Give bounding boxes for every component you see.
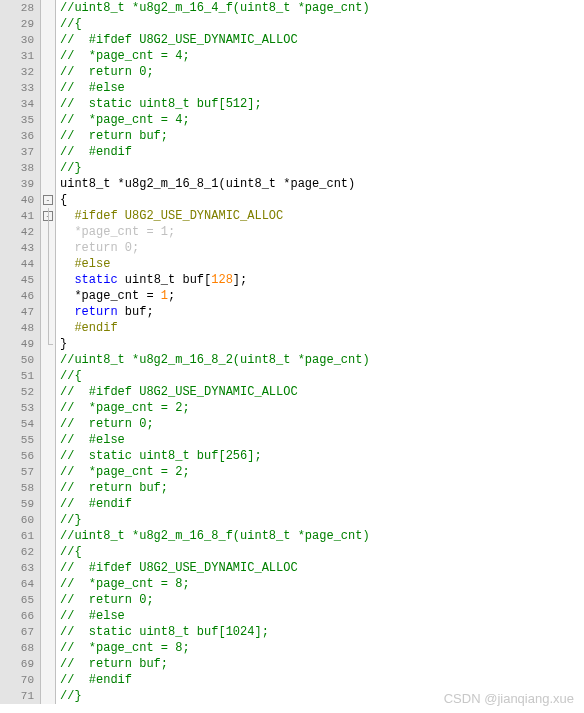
code-content[interactable]: #else xyxy=(56,256,110,272)
code-line[interactable]: 49} xyxy=(0,336,584,352)
code-line[interactable]: 33// #else xyxy=(0,80,584,96)
code-line[interactable]: 36// return buf; xyxy=(0,128,584,144)
code-content[interactable]: //} xyxy=(56,688,82,704)
code-content[interactable]: //uint8_t *u8g2_m_16_4_f(uint8_t *page_c… xyxy=(56,0,370,16)
code-line[interactable]: 43 return 0; xyxy=(0,240,584,256)
code-line[interactable]: 61//uint8_t *u8g2_m_16_8_f(uint8_t *page… xyxy=(0,528,584,544)
code-content[interactable]: // #endif xyxy=(56,496,132,512)
code-content[interactable]: // *page_cnt = 8; xyxy=(56,576,190,592)
code-content[interactable]: // #ifdef U8G2_USE_DYNAMIC_ALLOC xyxy=(56,384,298,400)
code-line[interactable]: 31// *page_cnt = 4; xyxy=(0,48,584,64)
code-content[interactable]: // static uint8_t buf[512]; xyxy=(56,96,262,112)
fold-gutter xyxy=(41,640,56,656)
code-content[interactable]: // return buf; xyxy=(56,128,168,144)
code-editor[interactable]: 28//uint8_t *u8g2_m_16_4_f(uint8_t *page… xyxy=(0,0,584,704)
code-content[interactable]: *page_cnt = 1; xyxy=(56,224,175,240)
code-content[interactable]: #ifdef U8G2_USE_DYNAMIC_ALLOC xyxy=(56,208,283,224)
code-line[interactable]: 68// *page_cnt = 8; xyxy=(0,640,584,656)
code-content[interactable]: *page_cnt = 1; xyxy=(56,288,175,304)
code-content[interactable]: #endif xyxy=(56,320,118,336)
line-number: 38 xyxy=(0,160,41,176)
code-content[interactable]: // #ifdef U8G2_USE_DYNAMIC_ALLOC xyxy=(56,32,298,48)
code-line[interactable]: 50//uint8_t *u8g2_m_16_8_2(uint8_t *page… xyxy=(0,352,584,368)
code-content[interactable]: // static uint8_t buf[1024]; xyxy=(56,624,269,640)
code-content[interactable]: // *page_cnt = 2; xyxy=(56,464,190,480)
code-line[interactable]: 54// return 0; xyxy=(0,416,584,432)
code-line[interactable]: 40-{ xyxy=(0,192,584,208)
code-content[interactable]: // #else xyxy=(56,608,125,624)
code-line[interactable]: 42 *page_cnt = 1; xyxy=(0,224,584,240)
code-line[interactable]: 47 return buf; xyxy=(0,304,584,320)
code-content[interactable]: // #else xyxy=(56,432,125,448)
code-content[interactable]: static uint8_t buf[128]; xyxy=(56,272,247,288)
code-content[interactable]: //{ xyxy=(56,368,82,384)
code-line[interactable]: 63// #ifdef U8G2_USE_DYNAMIC_ALLOC xyxy=(0,560,584,576)
code-content[interactable]: // return buf; xyxy=(56,480,168,496)
code-line[interactable]: 58// return buf; xyxy=(0,480,584,496)
code-line[interactable]: 56// static uint8_t buf[256]; xyxy=(0,448,584,464)
code-content[interactable]: //{ xyxy=(56,16,82,32)
code-line[interactable]: 39uint8_t *u8g2_m_16_8_1(uint8_t *page_c… xyxy=(0,176,584,192)
code-content[interactable]: // #endif xyxy=(56,144,132,160)
code-content[interactable]: // *page_cnt = 4; xyxy=(56,48,190,64)
code-line[interactable]: 44 #else xyxy=(0,256,584,272)
code-line[interactable]: 37// #endif xyxy=(0,144,584,160)
code-content[interactable]: uint8_t *u8g2_m_16_8_1(uint8_t *page_cnt… xyxy=(56,176,355,192)
fold-gutter[interactable]: - xyxy=(41,192,56,208)
code-line[interactable]: 66// #else xyxy=(0,608,584,624)
code-content[interactable]: // #else xyxy=(56,80,125,96)
line-number: 43 xyxy=(0,240,41,256)
code-content[interactable]: // static uint8_t buf[256]; xyxy=(56,448,262,464)
code-line[interactable]: 60//} xyxy=(0,512,584,528)
fold-gutter xyxy=(41,560,56,576)
code-line[interactable]: 45 static uint8_t buf[128]; xyxy=(0,272,584,288)
code-content[interactable]: // *page_cnt = 2; xyxy=(56,400,190,416)
code-content[interactable]: //{ xyxy=(56,544,82,560)
code-content[interactable]: // return 0; xyxy=(56,416,154,432)
code-content[interactable]: { xyxy=(56,192,67,208)
code-line[interactable]: 38//} xyxy=(0,160,584,176)
line-number: 45 xyxy=(0,272,41,288)
code-line[interactable]: 34// static uint8_t buf[512]; xyxy=(0,96,584,112)
code-content[interactable]: // return buf; xyxy=(56,656,168,672)
code-line[interactable]: 46 *page_cnt = 1; xyxy=(0,288,584,304)
code-line[interactable]: 53// *page_cnt = 2; xyxy=(0,400,584,416)
code-line[interactable]: 62//{ xyxy=(0,544,584,560)
code-line[interactable]: 55// #else xyxy=(0,432,584,448)
code-line[interactable]: 28//uint8_t *u8g2_m_16_4_f(uint8_t *page… xyxy=(0,0,584,16)
code-content[interactable]: // return 0; xyxy=(56,64,154,80)
code-line[interactable]: 64// *page_cnt = 8; xyxy=(0,576,584,592)
code-content[interactable]: return 0; xyxy=(56,240,139,256)
code-content[interactable]: // return 0; xyxy=(56,592,154,608)
code-content[interactable]: // *page_cnt = 8; xyxy=(56,640,190,656)
code-line[interactable]: 41- #ifdef U8G2_USE_DYNAMIC_ALLOC xyxy=(0,208,584,224)
code-line[interactable]: 48 #endif xyxy=(0,320,584,336)
code-content[interactable]: return buf; xyxy=(56,304,154,320)
code-content[interactable]: //uint8_t *u8g2_m_16_8_2(uint8_t *page_c… xyxy=(56,352,370,368)
code-content[interactable]: //} xyxy=(56,512,82,528)
line-number: 49 xyxy=(0,336,41,352)
code-content[interactable]: // #endif xyxy=(56,672,132,688)
code-line[interactable]: 32// return 0; xyxy=(0,64,584,80)
code-content[interactable]: } xyxy=(56,336,67,352)
code-content[interactable]: //uint8_t *u8g2_m_16_8_f(uint8_t *page_c… xyxy=(56,528,370,544)
code-line[interactable]: 67// static uint8_t buf[1024]; xyxy=(0,624,584,640)
code-line[interactable]: 71//} xyxy=(0,688,584,704)
code-line[interactable]: 59// #endif xyxy=(0,496,584,512)
fold-collapse-icon[interactable]: - xyxy=(43,195,53,205)
code-line[interactable]: 70// #endif xyxy=(0,672,584,688)
code-line[interactable]: 65// return 0; xyxy=(0,592,584,608)
code-line[interactable]: 29//{ xyxy=(0,16,584,32)
line-number: 53 xyxy=(0,400,41,416)
code-line[interactable]: 30// #ifdef U8G2_USE_DYNAMIC_ALLOC xyxy=(0,32,584,48)
code-line[interactable]: 69// return buf; xyxy=(0,656,584,672)
code-line[interactable]: 57// *page_cnt = 2; xyxy=(0,464,584,480)
code-line[interactable]: 52// #ifdef U8G2_USE_DYNAMIC_ALLOC xyxy=(0,384,584,400)
code-line[interactable]: 35// *page_cnt = 4; xyxy=(0,112,584,128)
code-content[interactable]: // #ifdef U8G2_USE_DYNAMIC_ALLOC xyxy=(56,560,298,576)
fold-gutter[interactable]: - xyxy=(41,208,56,224)
code-line[interactable]: 51//{ xyxy=(0,368,584,384)
fold-gutter xyxy=(41,176,56,192)
code-content[interactable]: // *page_cnt = 4; xyxy=(56,112,190,128)
code-content[interactable]: //} xyxy=(56,160,82,176)
